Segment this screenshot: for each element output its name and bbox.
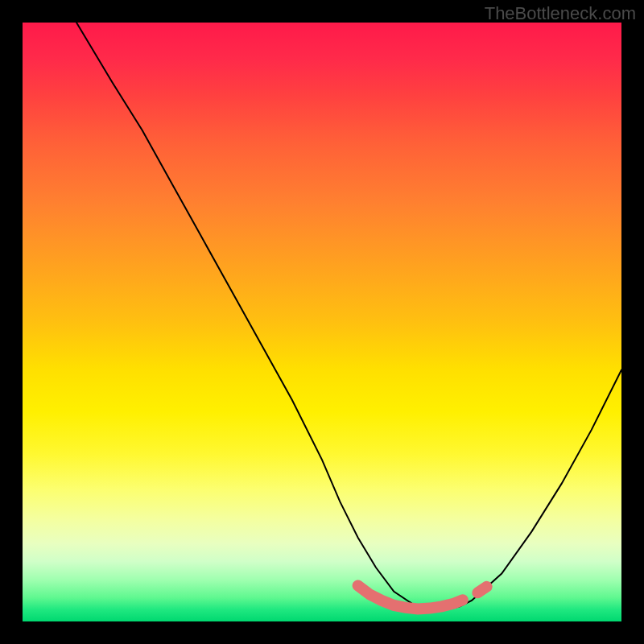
chart-area [23,23,621,621]
bottleneck-curve-path [76,23,621,609]
optimal-zone-marker-path [358,585,463,609]
watermark-text: TheBottleneck.com [485,3,636,24]
chart-svg [23,23,621,621]
optimal-zone-marker-right-path [477,587,486,593]
